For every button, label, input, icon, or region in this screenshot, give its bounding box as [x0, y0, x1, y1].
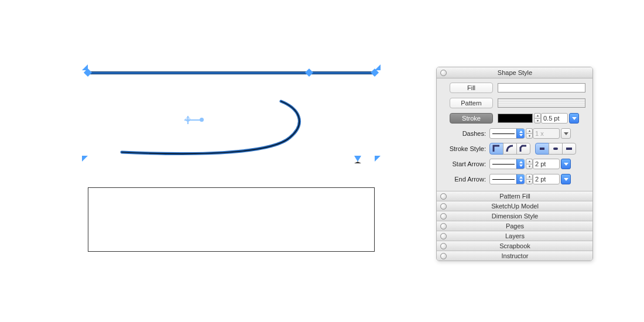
line-midpoint[interactable] [305, 68, 313, 77]
svg-rect-1 [553, 148, 558, 150]
rectangle-shape[interactable] [88, 187, 375, 252]
corner-round[interactable] [503, 143, 517, 155]
cap-round[interactable] [549, 143, 563, 155]
dashes-select[interactable] [489, 128, 525, 139]
layers-section[interactable]: Layers [437, 231, 592, 241]
dash-scale-stepper[interactable]: ▴▾ [526, 128, 533, 139]
section-label: Pattern Fill [437, 193, 592, 200]
stroke-color-well[interactable] [498, 114, 533, 123]
dash-scale-field: 1 x [533, 128, 560, 139]
stroke-weight-field[interactable]: 0.5 pt [541, 113, 568, 124]
end-arrow-value: 2 pt [535, 176, 546, 183]
selection-corner-bl[interactable] [82, 156, 88, 162]
pattern-fill-section[interactable]: Pattern Fill [437, 191, 592, 201]
pages-section[interactable]: Pages [437, 221, 592, 231]
svg-rect-0 [540, 148, 544, 150]
corner-miter[interactable] [489, 143, 503, 155]
selected-line-shape[interactable] [88, 71, 375, 74]
start-arrow-label: Start Arrow: [441, 160, 489, 167]
stroke-style-label: Stroke Style: [441, 145, 489, 152]
corner-style-segmented [489, 143, 530, 155]
section-label: Scrapbook [437, 242, 592, 249]
stroke-weight-dropdown[interactable] [569, 113, 579, 124]
end-arrow-field[interactable]: 2 pt [533, 174, 560, 184]
start-arrow-value: 2 pt [535, 160, 546, 167]
sketchup-model-section[interactable]: SketchUp Model [437, 201, 592, 211]
pattern-well[interactable] [498, 98, 585, 108]
selection-corner-br[interactable] [375, 156, 381, 162]
drawing-canvas[interactable] [82, 59, 386, 258]
cap-square[interactable] [562, 143, 576, 155]
corner-bevel[interactable] [516, 143, 530, 155]
section-label: Dimension Style [437, 213, 592, 220]
inspector-panel: Shape Style Fill Pattern Stroke ▴▾ 0.5 p… [436, 67, 593, 261]
stroke-weight-stepper[interactable]: ▴▾ [534, 113, 541, 124]
section-label: SketchUp Model [437, 203, 592, 210]
start-arrow-select[interactable] [489, 159, 525, 169]
shape-style-header[interactable]: Shape Style [437, 67, 592, 78]
start-arrow-field[interactable]: 2 pt [533, 159, 560, 169]
dash-scale-dropdown [561, 128, 571, 139]
section-label: Pages [437, 222, 592, 229]
dashes-label: Dashes: [441, 130, 489, 137]
fill-color-well[interactable] [498, 83, 585, 93]
cap-flat[interactable] [535, 143, 549, 155]
panel-title: Shape Style [437, 69, 592, 76]
end-arrow-select[interactable] [489, 174, 525, 184]
fill-toggle[interactable]: Fill [450, 83, 493, 93]
start-arrow-dropdown[interactable] [561, 159, 571, 169]
dash-scale-value: 1 x [535, 130, 544, 137]
section-label: Layers [437, 232, 592, 239]
section-label: Instructor [437, 252, 592, 259]
stroke-weight-value: 0.5 pt [543, 115, 560, 122]
start-arrow-stepper[interactable]: ▴▾ [526, 159, 533, 169]
scrapbook-section[interactable]: Scrapbook [437, 241, 592, 251]
dimension-style-section[interactable]: Dimension Style [437, 211, 592, 221]
shape-style-body: Fill Pattern Stroke ▴▾ 0.5 pt Dashes: ▴▾… [437, 78, 592, 191]
selection-edge-bm[interactable] [354, 156, 361, 163]
end-arrow-stepper[interactable]: ▴▾ [526, 174, 533, 184]
end-arrow-label: End Arrow: [441, 176, 489, 183]
pattern-toggle[interactable]: Pattern [450, 98, 493, 108]
stroke-toggle[interactable]: Stroke [450, 113, 493, 124]
end-arrow-dropdown[interactable] [561, 174, 571, 184]
cap-style-segmented [535, 143, 576, 155]
curved-path-shape[interactable] [117, 97, 316, 167]
instructor-section[interactable]: Instructor [437, 251, 592, 261]
svg-rect-2 [566, 148, 572, 150]
